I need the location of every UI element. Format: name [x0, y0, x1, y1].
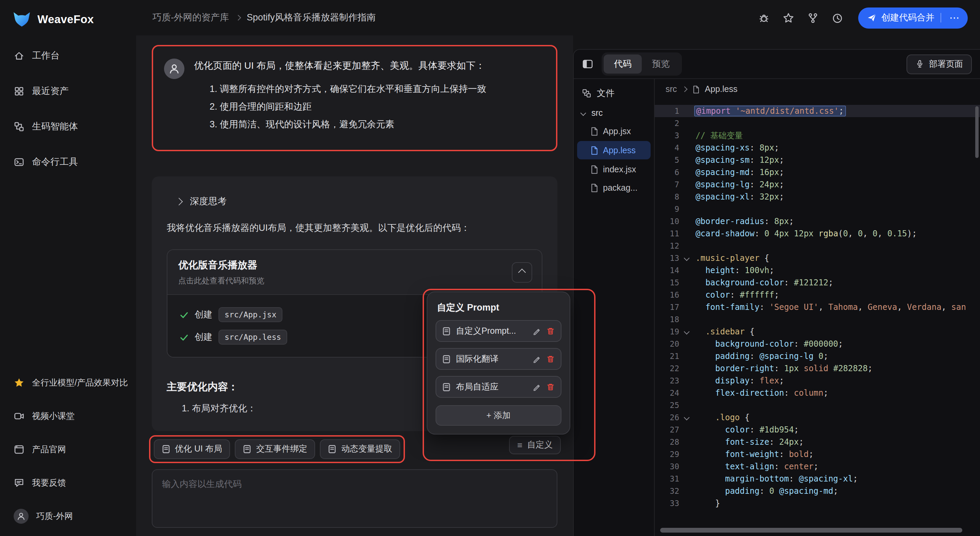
- code-line: 17 font-family: 'Segoe UI', Tahoma, Gene…: [655, 301, 980, 313]
- panel-toggle-icon[interactable]: [582, 59, 593, 69]
- popup-item-label: 布局自适应: [456, 381, 527, 392]
- tree-file-app-less[interactable]: App.less: [577, 141, 651, 160]
- code-lines: 1@import '~antd/dist/antd.css';23// 基础变量…: [655, 99, 980, 536]
- prompt-input[interactable]: [153, 470, 557, 527]
- code-line: 11@card-shadow: 0 4px 12px rgba(0, 0, 0,…: [655, 228, 980, 240]
- code-line: 18: [655, 313, 980, 325]
- quick-chip-dynamic-vars[interactable]: 动态变量提取: [320, 439, 401, 459]
- scrollbar-thumb[interactable]: [660, 528, 963, 533]
- editor-vertical-scrollbar[interactable]: [975, 106, 978, 158]
- sidebar-item-model-comparison[interactable]: 全行业模型/产品效果对比: [5, 370, 130, 396]
- sidebar: WeaveFox 工作台 最近资产 生码智能体: [0, 0, 136, 536]
- popup-item-custom-prompt[interactable]: 自定义Prompt...: [436, 320, 562, 342]
- delete-trash-icon[interactable]: [546, 355, 555, 363]
- topbar-actions: 创建代码合并 ⋯: [758, 7, 968, 28]
- tab-preview[interactable]: 预览: [642, 54, 680, 73]
- tab-code[interactable]: 代码: [604, 54, 642, 73]
- sidebar-item-cli-tools[interactable]: 命令行工具: [5, 148, 130, 176]
- custom-prompt-button[interactable]: ≡ 自定义: [509, 436, 561, 454]
- tree-folder-src[interactable]: src: [574, 104, 654, 122]
- fold-chevron-icon[interactable]: [684, 255, 690, 261]
- deploy-button[interactable]: 部署页面: [907, 54, 972, 74]
- code-line: 27 color: #1db954;: [655, 424, 980, 436]
- result-card-titles: 优化版音乐播放器 点击此处查看代码和预览: [178, 259, 264, 286]
- tree-file-app-jsx[interactable]: App.jsx: [574, 122, 654, 140]
- code-line: 31 margin-bottom: @spacing-xl;: [655, 473, 980, 485]
- rocket-icon: [867, 13, 877, 22]
- sidebar-item-recent-assets[interactable]: 最近资产: [5, 78, 130, 105]
- editor-breadcrumb-file[interactable]: App.less: [705, 85, 737, 94]
- user-message-intro: 优化页面的 UI 布局，使整体看起来更加整齐、美观。具体要求如下：: [194, 59, 544, 72]
- quick-chip-event-binding[interactable]: 交互事件绑定: [235, 439, 315, 459]
- step-file-chip[interactable]: src/App.less: [218, 330, 287, 345]
- assistant-paragraph: 我将优化音乐播放器的UI布局，使其更加整齐美观。以下是优化后的代码：: [167, 221, 542, 234]
- result-card-header[interactable]: 优化版音乐播放器 点击此处查看代码和预览: [167, 250, 542, 295]
- bug-icon[interactable]: [758, 12, 770, 24]
- breadcrumb-separator-icon: [236, 16, 240, 20]
- code-panel: 代码 预览 部署页面 文件 src: [573, 49, 980, 536]
- weavefox-logo-icon: [12, 11, 31, 27]
- breadcrumb-parent[interactable]: 巧质-外网的资产库: [153, 11, 229, 24]
- edit-pencil-icon[interactable]: [533, 355, 541, 363]
- sidebar-item-product-site[interactable]: 产品官网: [5, 437, 130, 463]
- recent-assets-icon: [14, 86, 24, 97]
- file-tree-header: 文件: [574, 83, 654, 104]
- tree-item-label: index.jsx: [603, 164, 636, 174]
- fork-icon[interactable]: [807, 12, 819, 24]
- delete-trash-icon[interactable]: [546, 383, 555, 391]
- user-message-item: 调整所有控件的对齐方式，确保它们在水平和垂直方向上保持一致: [220, 83, 544, 95]
- brand-name: WeaveFox: [37, 13, 94, 26]
- editor-horizontal-scrollbar[interactable]: [660, 528, 972, 533]
- create-merge-button[interactable]: 创建代码合并 ⋯: [858, 7, 968, 28]
- popup-item-i18n[interactable]: 国际化翻译: [436, 348, 562, 370]
- tree-file-package-json[interactable]: packag...: [574, 179, 654, 197]
- sidebar-item-codegen-agent[interactable]: 生码智能体: [5, 113, 130, 140]
- quick-chip-optimize-ui[interactable]: 优化 UI 布局: [154, 439, 231, 459]
- sidebar-item-video-class[interactable]: 视频小课堂: [5, 403, 130, 429]
- code-line: 22 border-right: 1px solid #282828;: [655, 362, 980, 375]
- file-icon: [590, 183, 598, 192]
- collapse-card-button[interactable]: [512, 262, 532, 282]
- deep-think-label: 深度思考: [190, 195, 227, 208]
- sidebar-item-label: 工作台: [32, 50, 60, 62]
- edit-pencil-icon[interactable]: [533, 327, 541, 335]
- sidebar-item-label: 最近资产: [32, 85, 69, 97]
- code-editor[interactable]: src App.less 1@import '~antd/dist/antd.c…: [655, 79, 980, 536]
- brand[interactable]: WeaveFox: [0, 0, 136, 37]
- file-icon: [590, 164, 598, 174]
- code-line: 8@spacing-xl: 32px;: [655, 191, 980, 203]
- delete-trash-icon[interactable]: [546, 327, 555, 335]
- fold-chevron-icon[interactable]: [684, 329, 690, 335]
- result-card-subtitle: 点击此处查看代码和预览: [178, 276, 264, 286]
- tree-item-label: packag...: [603, 183, 637, 192]
- popup-title: 自定义 Prompt: [437, 302, 562, 314]
- breadcrumb: 巧质-外网的资产库 Spotify风格音乐播放器制作指南: [153, 11, 376, 24]
- deep-think-toggle[interactable]: 深度思考: [176, 195, 542, 208]
- sidebar-item-feedback[interactable]: 我要反馈: [5, 470, 130, 496]
- code-line: 9: [655, 203, 980, 215]
- favorite-icon[interactable]: [783, 12, 794, 24]
- editor-breadcrumb-folder[interactable]: src: [666, 85, 677, 94]
- video-icon: [14, 411, 24, 421]
- add-prompt-button[interactable]: + 添加: [436, 405, 562, 426]
- history-icon[interactable]: [832, 12, 843, 24]
- sidebar-item-label: 我要反馈: [32, 477, 66, 489]
- deploy-button-label: 部署页面: [929, 58, 963, 70]
- edit-pencil-icon[interactable]: [533, 383, 541, 391]
- popup-item-responsive[interactable]: 布局自适应: [436, 376, 562, 398]
- prompt-doc-icon: [243, 445, 251, 454]
- popup-item-label: 国际化翻译: [456, 353, 527, 365]
- chevron-right-icon: [175, 198, 183, 206]
- weavefox-app: WeaveFox 工作台 最近资产 生码智能体: [0, 0, 980, 536]
- sidebar-item-label: 产品官网: [32, 444, 66, 455]
- code-line: 5@spacing-sm: 12px;: [655, 154, 980, 166]
- sidebar-item-user-account[interactable]: 巧质-外网: [5, 503, 130, 529]
- tree-file-index-jsx[interactable]: index.jsx: [574, 160, 654, 179]
- fold-chevron-icon[interactable]: [684, 415, 690, 421]
- user-message-item: 使用简洁、现代的设计风格，避免冗余元素: [220, 118, 544, 130]
- step-file-chip[interactable]: src/App.jsx: [218, 307, 282, 322]
- code-line: 1@import '~antd/dist/antd.css';: [655, 105, 980, 117]
- sidebar-item-workbench[interactable]: 工作台: [5, 42, 130, 69]
- more-options-button[interactable]: ⋯: [946, 11, 964, 24]
- topbar: 巧质-外网的资产库 Spotify风格音乐播放器制作指南 创建代码合并: [136, 0, 980, 35]
